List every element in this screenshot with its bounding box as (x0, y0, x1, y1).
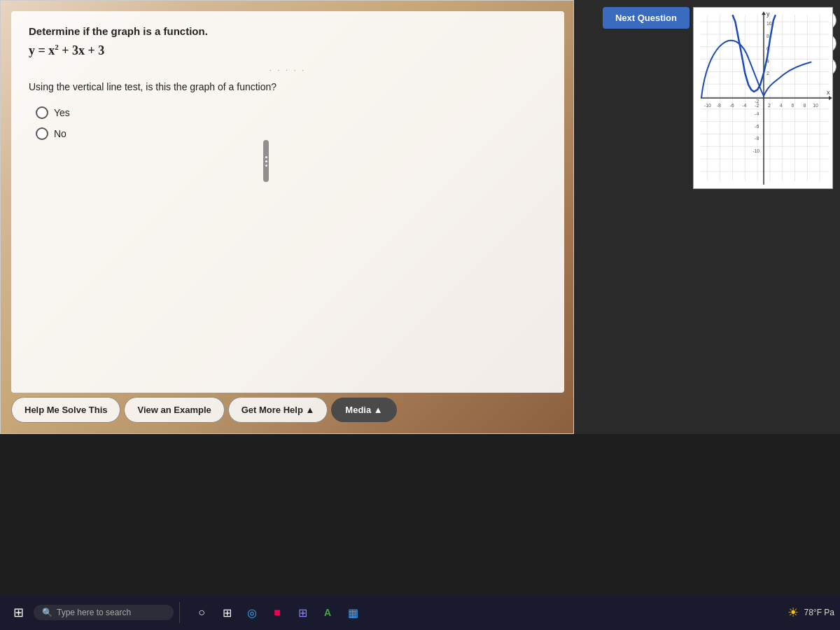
option-yes[interactable]: Yes (36, 106, 547, 119)
weather-text: 78°F Pa (804, 608, 835, 617)
svg-text:-10: -10 (704, 103, 711, 108)
equation-display: y = x2 + 3x + 3 (29, 43, 547, 58)
taskbar-grid-icon[interactable]: ⊞ (216, 602, 237, 623)
taskbar-store-icon[interactable]: ⊞ (292, 602, 313, 623)
radio-yes[interactable] (36, 106, 48, 119)
question-title: Determine if the graph is a function. (29, 25, 547, 37)
svg-text:4: 4 (780, 103, 783, 108)
app-area: Determine if the graph is a function. y … (0, 0, 574, 434)
svg-text:-6: -6 (755, 124, 759, 129)
svg-text:2: 2 (768, 103, 771, 108)
graph-svg: x y -10 -8 -6 -4 -2 2 4 6 8 10 10 8 6 4 … (694, 8, 832, 188)
bottom-toolbar: Help Me Solve This View an Example Get M… (11, 397, 564, 423)
windows-icon: ⊞ (13, 605, 24, 620)
drag-handle[interactable] (263, 140, 269, 182)
svg-text:y: y (766, 10, 770, 18)
taskbar-search-placeholder: Type here to search (57, 608, 131, 617)
start-button[interactable]: ⊞ (6, 600, 31, 625)
option-no[interactable]: No (36, 127, 547, 140)
weather-icon: ☀ (788, 605, 799, 620)
taskbar-search-icon: 🔍 (42, 608, 52, 617)
radio-no[interactable] (36, 127, 48, 140)
sub-question: Using the vertical line test, is this th… (29, 81, 547, 92)
option-no-label: No (54, 128, 66, 139)
taskbar-right-area: ☀ 78°F Pa (788, 605, 835, 620)
help-me-solve-button[interactable]: Help Me Solve This (11, 397, 120, 423)
svg-text:10: 10 (766, 21, 772, 26)
taskbar: ⊞ 🔍 Type here to search ○ ⊞ ◎ ■ ⊞ A ▦ ☀ … (0, 595, 840, 630)
next-question-button[interactable]: Next Question (603, 7, 690, 29)
dark-section (0, 434, 840, 595)
taskbar-divider (179, 602, 180, 623)
content-panel: Determine if the graph is a function. y … (11, 11, 564, 393)
svg-text:8: 8 (766, 34, 769, 38)
svg-text:-10: -10 (752, 148, 760, 153)
answer-options: Yes No (29, 106, 547, 140)
taskbar-edge-icon[interactable]: ◎ (241, 602, 262, 623)
svg-marker-26 (762, 11, 766, 15)
svg-text:-4: -4 (742, 103, 746, 108)
svg-text:2: 2 (766, 71, 769, 76)
svg-text:-8: -8 (755, 136, 759, 141)
svg-text:-8: -8 (717, 103, 721, 108)
view-example-button[interactable]: View an Example (124, 397, 224, 423)
svg-text:6: 6 (792, 103, 794, 108)
taskbar-file-icon[interactable]: ■ (267, 602, 288, 623)
option-yes-label: Yes (54, 107, 70, 118)
taskbar-search-bar[interactable]: 🔍 Type here to search (34, 605, 174, 620)
svg-text:x: x (827, 89, 830, 96)
svg-text:-6: -6 (729, 103, 734, 108)
taskbar-app-a-icon[interactable]: A (317, 602, 338, 623)
svg-text:-2: -2 (755, 99, 759, 104)
svg-text:-4: -4 (755, 111, 759, 116)
svg-text:8: 8 (803, 103, 806, 108)
graph-container: x y -10 -8 -6 -4 -2 2 4 6 8 10 10 8 6 4 … (693, 7, 833, 189)
svg-marker-25 (829, 96, 832, 100)
svg-text:10: 10 (813, 103, 818, 108)
taskbar-app-icons: ○ ⊞ ◎ ■ ⊞ A ▦ (191, 602, 363, 623)
taskbar-circle-icon[interactable]: ○ (191, 602, 212, 623)
get-more-help-button[interactable]: Get More Help ▲ (228, 397, 328, 423)
taskbar-calendar-icon[interactable]: ▦ (342, 602, 363, 623)
divider-dots: · · · · · (29, 66, 547, 74)
media-button[interactable]: Media ▲ (331, 398, 396, 422)
